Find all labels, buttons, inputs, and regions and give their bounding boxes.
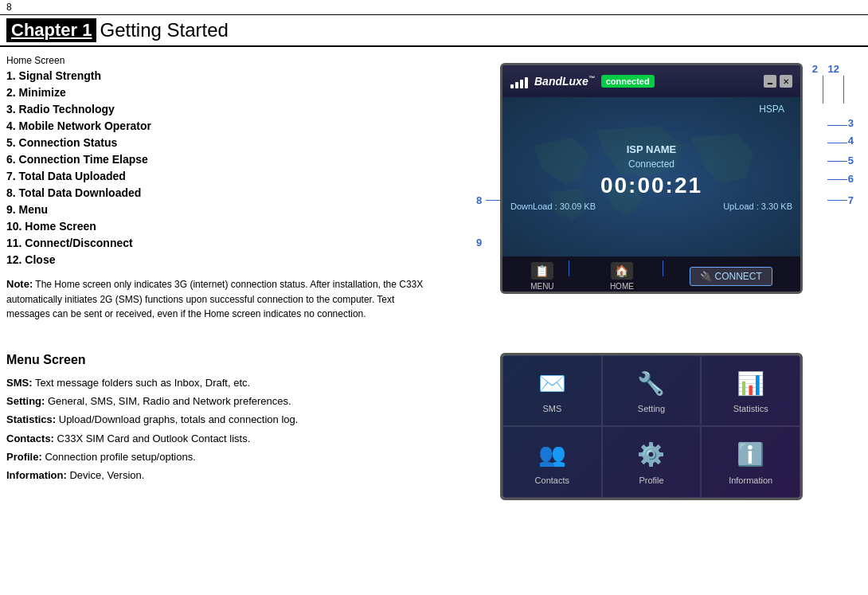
signal-bars [510, 74, 528, 88]
signal-bar-2 [515, 82, 518, 88]
information-label-bold: Information: [6, 469, 67, 481]
sms-icon: ✉️ [534, 367, 569, 399]
menu-item-statistics[interactable]: 📊 Statistics [701, 355, 800, 427]
data-row: DownLoad : 30.09 KB UpLoad : 3.30 KB [502, 202, 800, 211]
brand-tm: ™ [588, 75, 595, 82]
menu-item-profile[interactable]: ⚙️ Profile [602, 426, 702, 498]
device-area: 1 2 12 3 4 5 6 7 8 9 10 11 [476, 63, 862, 294]
callout-6: 6 [848, 173, 854, 185]
connect-icon: 🔌 [700, 271, 712, 282]
menu-grid: ✉️ SMS 🔧 Setting 📊 Statistics 👥 Contacts… [502, 355, 800, 498]
profile-label-text: Connection profile setup/options. [42, 451, 196, 463]
note-body: The Home screen only indicates 3G (inter… [6, 279, 423, 319]
conn-status: Connected [628, 159, 674, 170]
setting-icon: 🔧 [634, 367, 669, 399]
note-text: Note: The Home screen only indicates 3G … [6, 276, 436, 321]
setting-label-text: General, SMS, SIM, Radio and Network pre… [45, 395, 291, 407]
callout-12: 12 [828, 63, 839, 75]
signal-bar-4 [525, 77, 528, 88]
line-11 [663, 260, 663, 276]
home-button[interactable]: 🏠 HOME [610, 262, 634, 291]
line-6 [827, 179, 847, 180]
information-icon: ℹ️ [733, 439, 768, 471]
header-icons: 🗕 ✕ [764, 75, 792, 88]
contacts-label-text: C33X SIM Card and Outlook Contact lists. [54, 433, 250, 444]
profile-label-bold: Profile: [6, 451, 42, 463]
list-item: 10. Home Screen [6, 218, 460, 235]
chapter-header: Chapter 1 Getting Started [0, 15, 868, 47]
list-item: 2. Minimize [6, 84, 460, 101]
callout-7: 7 [848, 194, 854, 206]
menu-desc-information: Information: Device, Version. [6, 466, 460, 484]
menu-item-setting[interactable]: 🔧 Setting [602, 355, 702, 427]
menu-desc-contacts: Contacts: C33X SIM Card and Outlook Cont… [6, 429, 460, 448]
brand-logo: BandLuxe™ [534, 75, 595, 88]
menu-item-information[interactable]: ℹ️ Information [701, 426, 800, 498]
technology-label: HSPA [759, 104, 784, 115]
menu-item-contacts[interactable]: 👥 Contacts [502, 426, 602, 498]
line-3 [827, 125, 847, 126]
line-12 [843, 76, 844, 104]
statistics-label-text: Upload/Download graphs, totals and conne… [56, 413, 298, 425]
menu-left-panel: Menu Screen SMS: Text message folders su… [6, 353, 460, 500]
list-item: 11. Connect/Disconnect [6, 235, 460, 252]
chapter-title: Getting Started [100, 19, 228, 41]
signal-bar-1 [510, 84, 514, 88]
menu-label: MENU [530, 282, 553, 291]
time-display: 00:00:21 [600, 173, 702, 198]
list-item: 9. Menu [6, 202, 460, 218]
note-label: Note: [6, 278, 33, 290]
list-item: 5. Connection Status [6, 135, 460, 151]
statistics-label-bold: Statistics: [6, 413, 56, 425]
list-item: 6. Connection Time Elapse [6, 151, 460, 168]
callout-2: 2 [812, 63, 818, 75]
list-item: 3. Radio Technology [6, 101, 460, 118]
callout-4: 4 [848, 135, 854, 147]
sms-menu-label: SMS [542, 404, 561, 413]
line-7 [827, 200, 847, 201]
menu-desc-setting: Setting: General, SMS, SIM, Radio and Ne… [6, 392, 460, 410]
download-stat: DownLoad : 30.09 KB [510, 202, 596, 211]
menu-desc-profile: Profile: Connection profile setup/option… [6, 448, 460, 466]
callout-8: 8 [476, 194, 482, 206]
info-overlay: HSPA ISP NAME Connected 00:00:21 DownLoa… [502, 97, 800, 256]
line-4 [827, 143, 847, 143]
main-content: Home Screen 1. Signal Strength 2. Minimi… [0, 55, 868, 321]
statistics-icon: 📊 [733, 367, 768, 399]
list-item: 7. Total Data Uploaded [6, 168, 460, 185]
callout-9: 9 [476, 237, 482, 249]
information-menu-label: Information [729, 476, 772, 485]
menu-screen-mockup: ✉️ SMS 🔧 Setting 📊 Statistics 👥 Contacts… [500, 353, 803, 500]
home-screen-label: Home Screen [6, 55, 460, 66]
device-screen: BandLuxe™ connected 🗕 ✕ [500, 63, 803, 294]
callout-5: 5 [848, 155, 854, 166]
home-label: HOME [610, 282, 634, 291]
connect-button[interactable]: 🔌 CONNECT [690, 267, 772, 286]
menu-desc-statistics: Statistics: Upload/Download graphs, tota… [6, 410, 460, 429]
sms-label-bold: SMS: [6, 377, 33, 389]
connect-label: CONNECT [715, 271, 762, 282]
information-label-text: Device, Version. [67, 469, 145, 481]
list-item: 1. Signal Strength [6, 68, 460, 84]
sms-label-text: Text message folders such as Inbox, Draf… [33, 377, 251, 389]
upload-stat: UpLoad : 3.30 KB [723, 202, 792, 211]
line-2 [823, 76, 823, 104]
isp-name: ISP NAME [627, 143, 677, 155]
home-icon: 🏠 [611, 262, 633, 280]
signal-bar-3 [520, 80, 523, 88]
close-icon[interactable]: ✕ [780, 75, 792, 88]
right-panel: 1 2 12 3 4 5 6 7 8 9 10 11 [476, 55, 862, 321]
line-10 [569, 260, 569, 276]
menu-mockup-area: ✉️ SMS 🔧 Setting 📊 Statistics 👥 Contacts… [476, 353, 803, 500]
statistics-menu-label: Statistics [733, 404, 768, 413]
list-item: 12. Close [6, 252, 460, 268]
menu-item-sms[interactable]: ✉️ SMS [502, 355, 602, 427]
profile-icon: ⚙️ [634, 439, 669, 471]
menu-button[interactable]: 📋 MENU [530, 262, 553, 291]
setting-menu-label: Setting [638, 404, 665, 413]
minimize-icon[interactable]: 🗕 [764, 75, 776, 88]
line-5 [827, 161, 847, 162]
bottom-section: Menu Screen SMS: Text message folders su… [0, 337, 868, 507]
device-header: BandLuxe™ connected 🗕 ✕ [502, 65, 800, 97]
menu-icon: 📋 [531, 262, 553, 280]
